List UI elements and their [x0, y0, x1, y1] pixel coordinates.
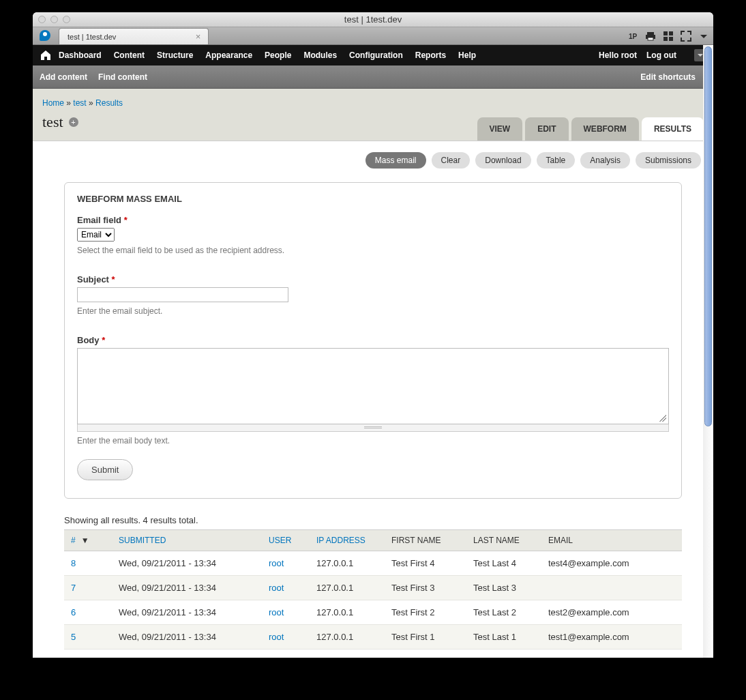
tab-close-icon[interactable]: × — [194, 32, 203, 41]
browser-window: test | 1test.dev test | 1test.dev × 1P D… — [33, 12, 713, 658]
menu-dashboard[interactable]: Dashboard — [59, 50, 102, 60]
row-user-link[interactable]: root — [269, 558, 284, 568]
grid-icon[interactable] — [663, 31, 674, 42]
toolbar-dropdown-icon[interactable] — [698, 31, 709, 42]
home-icon[interactable] — [40, 49, 52, 61]
breadcrumb-home[interactable]: Home — [42, 98, 64, 108]
tab-webform[interactable]: WEBFORM — [571, 117, 639, 141]
onepassword-icon[interactable]: 1P — [627, 31, 638, 42]
page-header-region: Home » test » Results test+ VIEW EDIT WE… — [33, 89, 713, 141]
admin-region: Dashboard Content Structure Appearance P… — [33, 45, 713, 650]
shortcut-bar: Add content Find content Edit shortcuts — [33, 65, 713, 89]
tab-edit[interactable]: EDIT — [525, 117, 568, 141]
row-num-link[interactable]: 6 — [71, 607, 76, 617]
svg-rect-3 — [663, 31, 668, 35]
hello-user: Hello root — [599, 50, 637, 60]
body-textarea[interactable] — [78, 349, 668, 424]
menu-configuration[interactable]: Configuration — [349, 50, 403, 60]
menu-modules[interactable]: Modules — [303, 50, 337, 60]
breadcrumb-results[interactable]: Results — [95, 98, 123, 108]
shortcut-add-content[interactable]: Add content — [40, 72, 87, 82]
scrollbar-thumb[interactable] — [704, 46, 712, 426]
tab-results[interactable]: RESULTS — [642, 117, 704, 141]
admin-menu: Dashboard Content Structure Appearance P… — [33, 45, 713, 65]
col-header-email[interactable]: EMAIL — [541, 530, 682, 551]
table-row: 7Wed, 09/21/2011 - 13:34root127.0.0.1Tes… — [64, 576, 682, 600]
svg-rect-2 — [648, 38, 653, 40]
shortcut-find-content[interactable]: Find content — [98, 72, 147, 82]
tab-view[interactable]: VIEW — [477, 117, 523, 141]
browser-toolbar-icons: 1P — [627, 27, 709, 45]
row-user-link[interactable]: root — [269, 583, 284, 593]
content-area: Mass email Clear Download Table Analysis… — [33, 141, 713, 650]
menu-appearance[interactable]: Appearance — [205, 50, 252, 60]
subtab-download[interactable]: Download — [475, 152, 531, 169]
row-first: Test First 4 — [385, 551, 466, 576]
browser-tab[interactable]: test | 1test.dev × — [59, 28, 209, 44]
add-shortcut-icon[interactable]: + — [69, 117, 78, 127]
row-num-link[interactable]: 5 — [71, 632, 76, 642]
row-last: Test Last 1 — [466, 625, 541, 650]
subject-input[interactable] — [77, 287, 288, 302]
subject-help: Enter the email subject. — [77, 306, 669, 316]
col-header-ip[interactable]: IP ADDRESS — [310, 530, 385, 551]
logout-link[interactable]: Log out — [646, 50, 676, 60]
subtab-analysis[interactable]: Analysis — [580, 152, 630, 169]
menu-structure[interactable]: Structure — [157, 50, 193, 60]
col-header-num[interactable]: #▼ — [64, 530, 112, 551]
body-label: Body * — [77, 335, 669, 345]
field-subject: Subject * Enter the email subject. — [77, 274, 669, 316]
subtab-submissions[interactable]: Submissions — [636, 152, 701, 169]
row-num-link[interactable]: 7 — [71, 583, 76, 593]
browser-tab-label: test | 1test.dev — [68, 33, 116, 41]
menu-people[interactable]: People — [265, 50, 291, 60]
row-ip: 127.0.0.1 — [310, 600, 385, 625]
edit-shortcuts-link[interactable]: Edit shortcuts — [640, 72, 696, 82]
subtab-clear[interactable]: Clear — [432, 152, 471, 169]
email-field-select[interactable]: Email — [77, 228, 115, 242]
breadcrumb: Home » test » Results — [33, 89, 713, 112]
sort-desc-icon: ▼ — [81, 536, 89, 545]
results-table: #▼ SUBMITTED USER IP ADDRESS FIRST NAME … — [64, 529, 682, 650]
menu-reports[interactable]: Reports — [415, 50, 446, 60]
body-help: Enter the email body text. — [77, 436, 669, 446]
fullscreen-icon[interactable] — [681, 31, 691, 42]
col-header-user[interactable]: USER — [262, 530, 310, 551]
row-first: Test First 2 — [385, 600, 466, 625]
breadcrumb-test[interactable]: test — [73, 98, 86, 108]
row-user-link[interactable]: root — [269, 607, 284, 617]
webform-mass-email-panel: WEBFORM MASS EMAIL Email field * Email S… — [64, 182, 682, 499]
row-email: test2@example.com — [541, 600, 682, 625]
subtab-mass-email[interactable]: Mass email — [365, 152, 426, 169]
window-titlebar: test | 1test.dev — [33, 12, 713, 27]
results-caption: Showing all results. 4 results total. — [45, 515, 701, 529]
menu-help[interactable]: Help — [458, 50, 476, 60]
subtab-table[interactable]: Table — [537, 152, 576, 169]
row-first: Test First 3 — [385, 576, 466, 600]
table-row: 5Wed, 09/21/2011 - 13:34root127.0.0.1Tes… — [64, 625, 682, 650]
svg-rect-4 — [669, 31, 673, 35]
email-field-label: Email field * — [77, 215, 669, 225]
subject-label: Subject * — [77, 274, 669, 285]
row-last: Test Last 2 — [466, 600, 541, 625]
row-submitted: Wed, 09/21/2011 - 13:34 — [112, 625, 262, 650]
secondary-tabs: Mass email Clear Download Table Analysis… — [45, 152, 701, 169]
col-header-submitted[interactable]: SUBMITTED — [112, 530, 262, 551]
table-row: 8Wed, 09/21/2011 - 13:34root127.0.0.1Tes… — [64, 551, 682, 576]
scrollbar[interactable] — [703, 45, 713, 658]
print-icon[interactable] — [645, 31, 656, 42]
row-last: Test Last 4 — [466, 551, 541, 576]
row-first: Test First 1 — [385, 625, 466, 650]
textarea-resize-grip[interactable] — [77, 424, 669, 432]
primary-tabs: VIEW EDIT WEBFORM RESULTS — [477, 117, 704, 141]
svg-rect-6 — [669, 37, 673, 41]
row-num-link[interactable]: 8 — [71, 558, 76, 568]
field-email: Email field * Email Select the email fie… — [77, 215, 669, 255]
col-header-first[interactable]: FIRST NAME — [385, 530, 466, 551]
email-field-help: Select the email field to be used as the… — [77, 246, 669, 255]
row-user-link[interactable]: root — [269, 632, 284, 642]
submit-button[interactable]: Submit — [77, 459, 133, 480]
col-header-last[interactable]: LAST NAME — [466, 530, 541, 551]
menu-content[interactable]: Content — [114, 50, 145, 60]
browser-tabbar: test | 1test.dev × 1P — [33, 27, 713, 45]
